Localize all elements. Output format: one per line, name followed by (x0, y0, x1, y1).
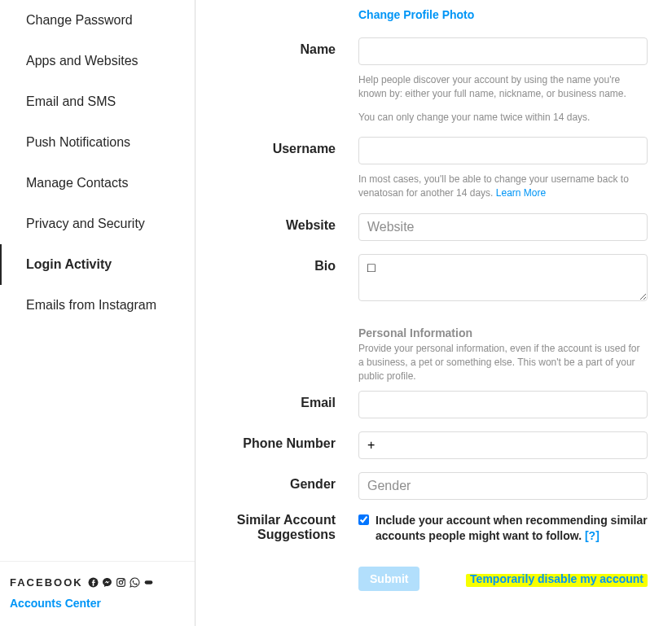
nav-privacy-security[interactable]: Privacy and Security (0, 204, 195, 244)
gender-label: Gender (220, 472, 358, 500)
nav-emails-instagram[interactable]: Emails from Instagram (0, 285, 195, 326)
phone-input[interactable] (358, 431, 648, 459)
facebook-family-icons (88, 577, 154, 588)
website-input[interactable] (358, 213, 648, 241)
name-help-2: You can only change your name twice with… (358, 111, 648, 125)
suggestions-label: Similar Account Suggestions (220, 513, 358, 544)
nav-apps-websites[interactable]: Apps and Websites (0, 41, 195, 81)
settings-nav: Change Password Apps and Websites Email … (0, 0, 195, 561)
nav-manage-contacts[interactable]: Manage Contacts (0, 163, 195, 204)
personal-info-desc: Provide your personal information, even … (358, 342, 648, 383)
username-input[interactable] (358, 137, 648, 164)
suggestions-help-link[interactable]: [?] (585, 529, 600, 542)
whatsapp-icon (130, 577, 140, 588)
suggestions-checkbox[interactable] (358, 514, 369, 525)
suggestions-checkbox-label: Include your account when recommending s… (376, 513, 648, 544)
gender-input[interactable] (358, 472, 648, 500)
phone-label: Phone Number (220, 431, 358, 459)
email-input[interactable] (358, 391, 648, 418)
username-help: In most cases, you'll be able to change … (358, 173, 648, 200)
website-label: Website (220, 213, 358, 241)
bio-label: Bio (220, 254, 358, 304)
svg-point-3 (123, 580, 124, 580)
oculus-icon (143, 577, 154, 588)
username-learn-more-link[interactable]: Learn More (496, 187, 546, 199)
instagram-icon (116, 577, 126, 588)
nav-login-activity[interactable]: Login Activity (0, 244, 195, 285)
email-label: Email (220, 391, 358, 418)
settings-sidebar: Change Password Apps and Websites Email … (0, 0, 195, 626)
accounts-center-link[interactable]: Accounts Center (10, 597, 185, 610)
facebook-icon (88, 577, 99, 588)
nav-push-notifications[interactable]: Push Notifications (0, 122, 195, 163)
sidebar-footer: FACEBOOK (0, 561, 195, 626)
svg-point-2 (119, 580, 122, 584)
nav-email-sms[interactable]: Email and SMS (0, 81, 195, 122)
name-help-1: Help people discover your account by usi… (358, 73, 648, 101)
username-label: Username (220, 137, 358, 200)
temporarily-disable-link[interactable]: Temporarily disable my account (466, 572, 648, 585)
edit-profile-form: Change Profile Photo Name Help people di… (195, 0, 672, 626)
personal-info-title: Personal Information (358, 326, 648, 339)
facebook-brand-text: FACEBOOK (10, 576, 83, 589)
change-profile-photo-link[interactable]: Change Profile Photo (358, 8, 648, 21)
name-label: Name (220, 37, 358, 124)
messenger-icon (102, 577, 112, 588)
nav-change-password[interactable]: Change Password (0, 0, 195, 41)
bio-textarea[interactable]: □ (358, 254, 648, 301)
svg-rect-4 (144, 580, 152, 584)
submit-button[interactable]: Submit (358, 567, 419, 591)
name-input[interactable] (358, 37, 648, 65)
